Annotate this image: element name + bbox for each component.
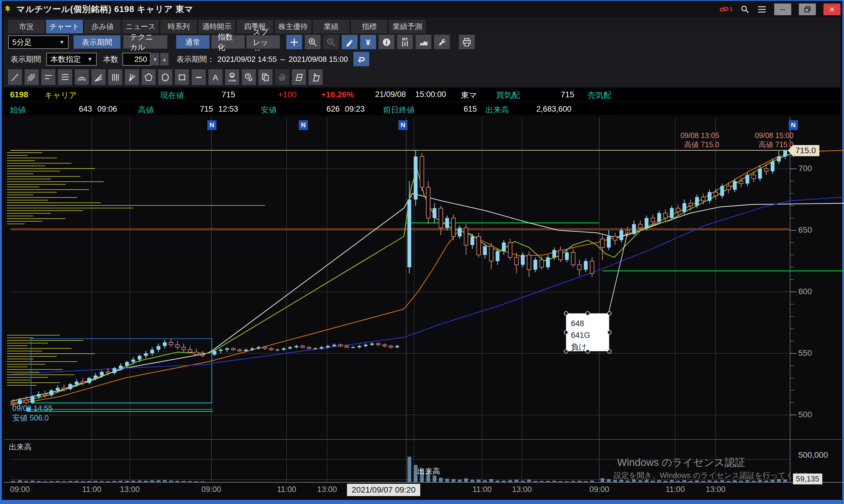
time-axis-label: 09:00	[589, 485, 609, 494]
time-axis-label: 13:00	[512, 485, 532, 494]
price-axis-label: 650	[798, 225, 812, 235]
trade-note[interactable]: 648641G負け	[566, 313, 609, 351]
price-axis-label: 500	[798, 410, 812, 419]
time-axis-label: 11:00	[472, 485, 492, 494]
time-axis-label: 11:00	[82, 485, 102, 494]
note-handle[interactable]	[586, 311, 590, 316]
low-annotation: 09/02 14:55安値 506.0	[12, 403, 52, 423]
time-axis-label: 11:00	[277, 485, 296, 494]
price-chart[interactable]	[2, 1, 844, 504]
high-annotation: 09/08 15:00高値 715.0	[717, 131, 794, 149]
window-bottom-border	[2, 500, 844, 504]
high-annotation: 09/08 13:05高値 715.0	[643, 131, 719, 149]
news-badge[interactable]: N	[299, 121, 308, 130]
volume-axis-label: 500,000	[798, 450, 828, 460]
time-axis-label: 13:00	[317, 485, 337, 494]
volume-last-box: 59,135	[793, 473, 822, 484]
note-handle[interactable]	[564, 330, 568, 335]
note-handle[interactable]	[564, 311, 568, 316]
news-badge[interactable]: N	[398, 121, 407, 130]
note-handle[interactable]	[586, 349, 590, 354]
price-axis-label: 600	[798, 287, 812, 296]
note-handle[interactable]	[607, 330, 612, 335]
time-axis-label: 09:00	[10, 485, 30, 494]
news-badge[interactable]: N	[789, 121, 798, 130]
crosshair-date-box: 2021/09/07 09:20	[347, 484, 420, 496]
time-axis-label: 13:00	[706, 485, 725, 494]
time-axis-label: 13:00	[120, 485, 140, 494]
windows-watermark-sub: 設定を開き、Windows のライセンス認証を行ってください	[614, 470, 817, 481]
price-axis-label: 550	[798, 348, 812, 358]
news-badge[interactable]: N	[208, 121, 216, 130]
price-axis-label: 700	[798, 164, 812, 173]
volume-pane-label: 出来高	[9, 442, 32, 452]
volume-series-label: 出来高	[417, 466, 440, 476]
app-window: マルチツール(個別銘柄) 6198 キャリア 東マ 1 ─ × 市況チャート歩み…	[0, 0, 844, 504]
windows-watermark-title: Windows のライセンス認証	[617, 456, 745, 469]
note-handle[interactable]	[607, 349, 612, 354]
time-axis-label: 09:00	[201, 485, 221, 494]
current-price-tag: 715.0	[793, 145, 820, 156]
time-axis-label: 11:00	[666, 485, 685, 494]
note-handle[interactable]	[607, 311, 612, 316]
note-handle[interactable]	[564, 349, 568, 354]
